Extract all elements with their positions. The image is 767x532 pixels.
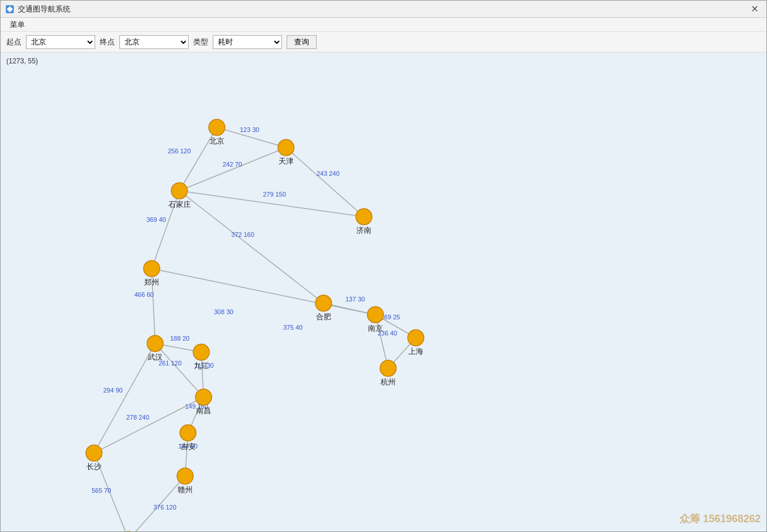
svg-text:长沙: 长沙 <box>87 462 101 471</box>
svg-text:南昌: 南昌 <box>196 406 211 415</box>
svg-text:上海: 上海 <box>408 347 423 356</box>
svg-text:137  30: 137 30 <box>345 296 365 303</box>
svg-text:石家庄: 石家庄 <box>168 200 191 209</box>
svg-text:郑州: 郑州 <box>144 278 159 286</box>
svg-point-67 <box>380 360 396 376</box>
svg-text:369  40: 369 40 <box>146 216 166 223</box>
svg-text:376  120: 376 120 <box>153 504 176 511</box>
svg-point-75 <box>86 445 102 461</box>
type-label: 类型 <box>193 37 208 47</box>
svg-text:北京: 北京 <box>209 137 224 145</box>
svg-text:294  90: 294 90 <box>103 387 123 394</box>
svg-text:256  120: 256 120 <box>168 148 191 154</box>
end-label: 终点 <box>100 37 115 47</box>
svg-text:天津: 天津 <box>279 157 294 165</box>
svg-text:466  60: 466 60 <box>134 291 154 298</box>
svg-text:188  20: 188 20 <box>170 335 190 342</box>
svg-text:济南: 济南 <box>356 226 371 235</box>
svg-text:合肥: 合肥 <box>316 312 331 321</box>
svg-text:308  30: 308 30 <box>214 308 234 315</box>
svg-line-5 <box>179 148 286 191</box>
svg-text:278  240: 278 240 <box>126 414 149 421</box>
svg-point-53 <box>356 209 372 225</box>
start-select[interactable]: 北京 <box>26 35 95 49</box>
svg-text:南京: 南京 <box>368 324 383 333</box>
svg-line-7 <box>286 148 364 217</box>
svg-text:123  30: 123 30 <box>240 126 260 133</box>
query-button[interactable]: 查询 <box>287 35 317 49</box>
svg-text:赣州: 赣州 <box>178 485 193 494</box>
svg-text:吉安: 吉安 <box>181 442 195 451</box>
svg-point-61 <box>408 330 424 346</box>
svg-text:375  40: 375 40 <box>283 324 303 331</box>
title-bar-left: 交通图导航系统 <box>5 4 70 14</box>
window-title: 交通图导航系统 <box>18 4 70 14</box>
svg-point-69 <box>195 389 212 405</box>
svg-text:242  70: 242 70 <box>223 161 242 168</box>
svg-text:372  160: 372 160 <box>231 231 254 238</box>
main-window: 交通图导航系统 ✕ 菜单 起点 北京 终点 北京 类型 耗时 查询 (1273,… <box>0 0 767 532</box>
svg-point-73 <box>177 468 193 484</box>
svg-line-17 <box>152 269 375 315</box>
end-select[interactable]: 北京 <box>119 35 189 49</box>
svg-point-57 <box>315 295 332 311</box>
start-label: 起点 <box>6 37 21 47</box>
svg-text:279  150: 279 150 <box>263 191 286 198</box>
toolbar: 起点 北京 终点 北京 类型 耗时 查询 <box>1 32 766 52</box>
svg-point-65 <box>193 344 209 360</box>
svg-point-49 <box>278 139 294 156</box>
svg-point-63 <box>147 335 163 352</box>
menu-bar: 菜单 <box>1 18 766 32</box>
svg-text:杭州: 杭州 <box>380 378 396 386</box>
svg-point-55 <box>144 261 160 277</box>
menu-item-main[interactable]: 菜单 <box>5 18 29 31</box>
title-bar: 交通图导航系统 ✕ <box>1 1 766 18</box>
svg-text:武汉: 武汉 <box>148 353 163 361</box>
watermark: 众筹 1561968262 <box>679 512 761 526</box>
app-icon <box>5 5 14 14</box>
type-select[interactable]: 耗时 <box>213 35 282 49</box>
svg-line-35 <box>94 344 155 453</box>
svg-point-47 <box>209 119 225 135</box>
svg-text:243  240: 243 240 <box>317 170 340 177</box>
canvas-area: (1273, 55) 123 30256 120242 70243 240279… <box>1 52 766 531</box>
graph-svg: 123 30256 120242 70243 240279 150369 403… <box>1 52 766 531</box>
svg-point-71 <box>180 425 196 441</box>
svg-point-59 <box>367 307 384 323</box>
close-button[interactable]: ✕ <box>747 2 762 16</box>
svg-text:565  70: 565 70 <box>92 487 111 494</box>
svg-text:九江: 九江 <box>194 361 209 370</box>
svg-point-51 <box>171 183 187 199</box>
